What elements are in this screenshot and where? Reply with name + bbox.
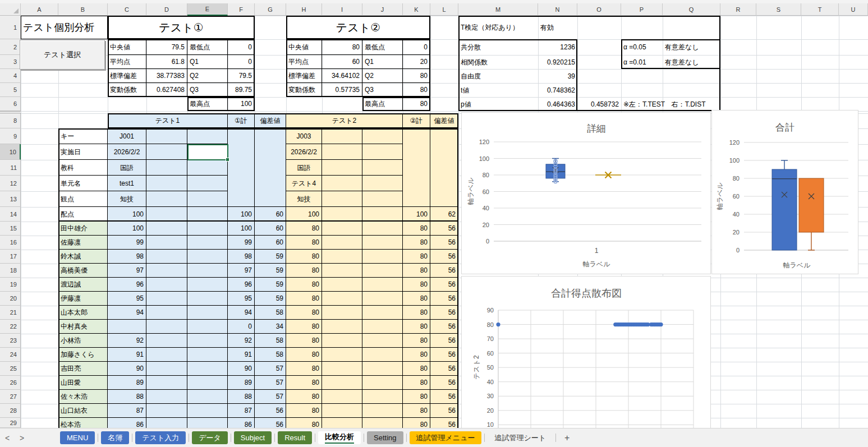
student-name-row20[interactable]: 伊藤凛 (58, 292, 108, 306)
stats1-value-2[interactable]: 79.5 (146, 39, 187, 55)
student-name-row17[interactable]: 鈴木誠 (58, 250, 108, 264)
cell-I10[interactable] (322, 144, 362, 160)
student-dev1-row18[interactable]: 59 (255, 264, 286, 278)
row-header-17[interactable]: 17 (0, 250, 21, 264)
cell-F9[interactable] (228, 128, 255, 207)
cell-G9[interactable] (255, 128, 286, 207)
student-t2-row15[interactable]: 80 (286, 222, 322, 236)
student-t1-row21[interactable]: 94 (108, 306, 146, 320)
cell-I21[interactable] (322, 306, 362, 320)
ttest-alpha-2[interactable]: α =0.05 (621, 39, 663, 55)
cell-I17[interactable] (322, 250, 362, 264)
cell-J24[interactable] (362, 348, 403, 362)
student-t1-row15[interactable]: 100 (108, 222, 146, 236)
stats1-value-3[interactable]: 61.8 (146, 55, 187, 69)
student-t2-row17[interactable]: 80 (286, 250, 322, 264)
student-t1-row17[interactable]: 98 (108, 250, 146, 264)
row-header-25[interactable]: 25 (0, 362, 21, 376)
row-header-16[interactable]: 16 (0, 236, 21, 250)
student-sum2-row23[interactable]: 80 (403, 334, 430, 348)
cell-I12[interactable] (322, 176, 362, 191)
student-name-row22[interactable]: 中村真央 (58, 320, 108, 334)
haiten-sum1[interactable]: 100 (228, 207, 255, 222)
cell-J16[interactable] (362, 236, 403, 250)
col-header-K[interactable]: K (403, 3, 430, 16)
ttest-label-4[interactable]: 自由度 (458, 69, 538, 83)
student-dev2-row20[interactable]: 56 (430, 292, 458, 306)
cell-J14[interactable] (362, 207, 403, 222)
student-name-row16[interactable]: 佐藤凛 (58, 236, 108, 250)
student-dev1-row20[interactable]: 59 (255, 292, 286, 306)
chart-detail-boxplot[interactable]: 詳細0204060801001201軸ラベル軸ラベル (461, 112, 711, 274)
stats2-max-label[interactable]: 最高点 (362, 97, 403, 111)
cell-D19[interactable] (146, 278, 187, 292)
student-t1-row16[interactable]: 99 (108, 236, 146, 250)
ttest-p-note[interactable]: ※左：T.TEST 右：T.DIST (621, 97, 720, 111)
stats1-label-5[interactable]: 変動係数 (108, 83, 146, 97)
col-header-B[interactable]: B (58, 3, 108, 16)
row-header-9[interactable]: 9 (0, 128, 21, 144)
sheet-tab-データ[interactable]: データ (192, 431, 228, 444)
cell-L9[interactable] (430, 128, 458, 207)
sheet-tab-add[interactable]: + (559, 431, 575, 444)
stats2-label-4[interactable]: 標準偏差 (286, 69, 322, 83)
info-test1-13[interactable]: 知技 (108, 191, 146, 207)
student-t1-row27[interactable]: 88 (108, 390, 146, 404)
info-test1-12[interactable]: test1 (108, 176, 146, 191)
cell-I24[interactable] (322, 348, 362, 362)
cell-D17[interactable] (146, 250, 187, 264)
cell-E20[interactable] (187, 292, 228, 306)
sheet-tab-比較分析[interactable]: 比較分析 (318, 431, 361, 444)
student-dev1-row21[interactable]: 58 (255, 306, 286, 320)
cell-I15[interactable] (322, 222, 362, 236)
stats2-value2-2[interactable]: 0 (403, 39, 430, 55)
cell-D21[interactable] (146, 306, 187, 320)
row-header-18[interactable]: 18 (0, 264, 21, 278)
row-header-8[interactable]: 8 (0, 113, 21, 128)
stats1-title[interactable]: テスト① (108, 16, 255, 39)
student-sum1-row27[interactable]: 88 (228, 390, 255, 404)
col-header-M[interactable]: M (458, 3, 538, 16)
student-sum2-row24[interactable]: 80 (403, 348, 430, 362)
ttest-status[interactable]: 有効 (538, 16, 577, 39)
student-sum1-row28[interactable]: 87 (228, 404, 255, 418)
stats2-value-3[interactable]: 60 (322, 55, 362, 69)
cell-J19[interactable] (362, 278, 403, 292)
info-test2-11[interactable]: 国語 (286, 160, 322, 176)
ttest-title[interactable]: T検定（対応あり） (458, 16, 538, 39)
stats2-label-5[interactable]: 変動係数 (286, 83, 322, 97)
ttest-value-2[interactable]: 1236 (538, 39, 577, 55)
student-sum2-row22[interactable]: 80 (403, 320, 430, 334)
student-t2-row25[interactable]: 80 (286, 362, 322, 376)
cell-I22[interactable] (322, 320, 362, 334)
student-sum1-row25[interactable]: 90 (228, 362, 255, 376)
row-header-28[interactable]: 28 (0, 404, 21, 418)
stats2-title[interactable]: テスト② (286, 16, 430, 39)
haiten-t1[interactable]: 100 (108, 207, 146, 222)
cell-E27[interactable] (187, 390, 228, 404)
sheet-tab-Setting[interactable]: Setting (367, 431, 403, 444)
cell-I27[interactable] (322, 390, 362, 404)
info-label-9[interactable]: キー (58, 128, 108, 144)
cell-E19[interactable] (187, 278, 228, 292)
header-sum1[interactable]: ①計 (228, 113, 255, 128)
stats2-label2-2[interactable]: 最低点 (362, 39, 403, 55)
cell-E23[interactable] (187, 334, 228, 348)
stats1-max-value[interactable]: 100 (228, 97, 255, 111)
student-sum2-row26[interactable]: 80 (403, 376, 430, 390)
ttest-p-label[interactable]: p値 (458, 97, 538, 111)
ttest-alpha-result-2[interactable]: 有意差なし (663, 39, 720, 55)
cell-J22[interactable] (362, 320, 403, 334)
student-sum1-row19[interactable]: 96 (228, 278, 255, 292)
student-name-row19[interactable]: 渡辺誠 (58, 278, 108, 292)
cell-I16[interactable] (322, 236, 362, 250)
student-sum2-row17[interactable]: 80 (403, 250, 430, 264)
cell-J27[interactable] (362, 390, 403, 404)
cell-D24[interactable] (146, 348, 187, 362)
cell-D15[interactable] (146, 222, 187, 236)
header-dev1[interactable]: 偏差値 (255, 113, 286, 128)
cell-E10[interactable] (187, 144, 228, 160)
cell-E21[interactable] (187, 306, 228, 320)
cell-E17[interactable] (187, 250, 228, 264)
student-sum1-row18[interactable]: 97 (228, 264, 255, 278)
